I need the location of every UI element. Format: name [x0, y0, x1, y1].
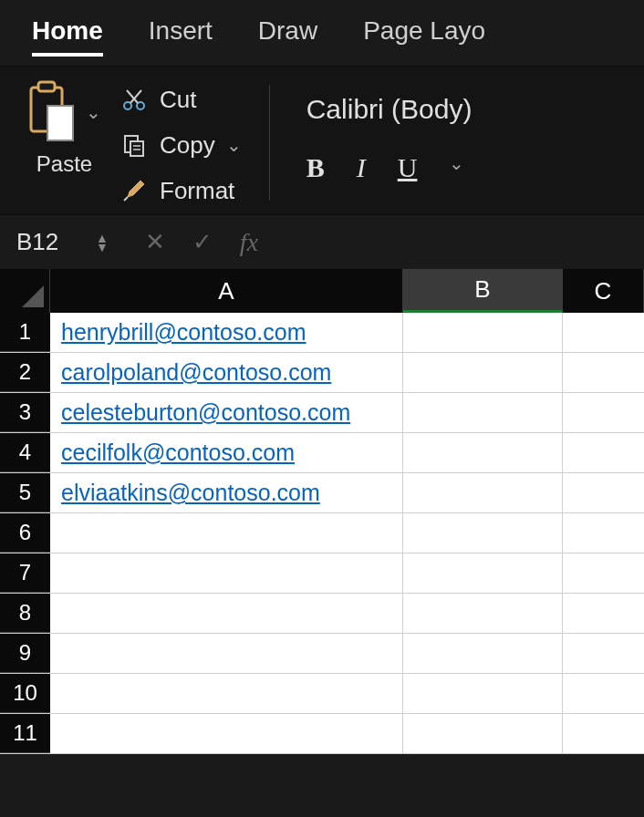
cell[interactable]	[563, 433, 644, 472]
table-row: 3celesteburton@contoso.com	[0, 393, 644, 433]
cell[interactable]	[403, 473, 563, 512]
cell[interactable]	[50, 553, 403, 593]
cell[interactable]	[50, 634, 403, 673]
svg-point-3	[124, 102, 131, 109]
email-link[interactable]: henrybrill@contoso.com	[61, 319, 306, 346]
email-link[interactable]: carolpoland@contoso.com	[61, 359, 331, 386]
cell[interactable]	[403, 714, 563, 753]
cut-button[interactable]: Cut	[119, 85, 242, 114]
cell[interactable]: cecilfolk@contoso.com	[50, 433, 403, 472]
table-row: 9	[0, 634, 644, 674]
font-name-selector[interactable]: Calibri (Body)	[297, 89, 482, 129]
paste-icon[interactable]	[27, 80, 80, 144]
paste-dropdown-icon[interactable]: ⌄	[86, 101, 101, 123]
svg-rect-1	[38, 82, 55, 91]
cell[interactable]	[403, 513, 563, 553]
formula-bar: B12 ▲ ▼ ✕ ✓ fx	[0, 214, 644, 269]
toolbar-divider	[269, 85, 270, 201]
italic-button[interactable]: I	[357, 152, 366, 183]
cell[interactable]	[403, 553, 563, 593]
underline-dropdown-icon[interactable]: ⌄	[449, 152, 464, 183]
cell[interactable]	[403, 393, 563, 432]
cell[interactable]: celesteburton@contoso.com	[50, 393, 403, 432]
column-header-c[interactable]: C	[563, 269, 644, 313]
cell[interactable]	[563, 553, 644, 593]
tab-insert[interactable]: Insert	[149, 16, 213, 57]
cut-label: Cut	[160, 86, 196, 114]
table-row: 2carolpoland@contoso.com	[0, 353, 644, 393]
copy-dropdown-icon[interactable]: ⌄	[226, 134, 242, 156]
row-header[interactable]: 7	[0, 553, 50, 593]
row-header[interactable]: 2	[0, 353, 50, 392]
table-row: 10	[0, 674, 644, 714]
cell[interactable]	[50, 674, 403, 713]
tab-page-layout[interactable]: Page Layo	[363, 16, 485, 57]
row-header[interactable]: 11	[0, 714, 50, 753]
bold-button[interactable]: B	[306, 152, 325, 183]
cell[interactable]	[50, 513, 403, 553]
cell[interactable]	[50, 714, 403, 753]
reference-spinner[interactable]: ▲ ▼	[96, 233, 109, 252]
column-header-a[interactable]: A	[50, 269, 403, 313]
cell[interactable]	[563, 473, 644, 512]
column-header-b[interactable]: B	[403, 269, 563, 313]
paste-group: ⌄ Paste	[27, 80, 101, 177]
spinner-down-icon[interactable]: ▼	[96, 243, 109, 252]
cell[interactable]: elviaatkins@contoso.com	[50, 473, 403, 512]
cancel-formula-icon[interactable]: ✕	[145, 228, 165, 256]
format-painter-button[interactable]: Format	[119, 176, 242, 205]
cell[interactable]	[403, 313, 563, 352]
row-header[interactable]: 5	[0, 473, 50, 512]
cell[interactable]	[563, 674, 644, 713]
cell[interactable]	[403, 353, 563, 392]
table-row: 5elviaatkins@contoso.com	[0, 473, 644, 513]
clipboard-actions: Cut Copy ⌄ Format	[119, 80, 242, 205]
column-headers: A B C	[0, 269, 644, 313]
tab-home[interactable]: Home	[32, 16, 103, 57]
underline-button[interactable]: U	[398, 152, 418, 183]
cell[interactable]	[563, 313, 644, 352]
svg-rect-2	[47, 106, 73, 140]
cell[interactable]	[403, 634, 563, 673]
format-label: Format	[160, 177, 234, 205]
svg-rect-8	[130, 141, 143, 156]
paintbrush-icon	[119, 176, 149, 205]
cell[interactable]	[403, 594, 563, 633]
spreadsheet-grid: A B C 1henrybrill@contoso.com2carolpolan…	[0, 269, 644, 754]
cell[interactable]	[403, 674, 563, 713]
row-header[interactable]: 6	[0, 513, 50, 553]
cell[interactable]	[50, 594, 403, 633]
cell[interactable]: henrybrill@contoso.com	[50, 313, 403, 352]
select-all-corner[interactable]	[0, 269, 50, 313]
accept-formula-icon[interactable]: ✓	[192, 228, 213, 256]
cell[interactable]	[563, 714, 644, 753]
svg-point-4	[137, 102, 144, 109]
copy-button[interactable]: Copy ⌄	[119, 130, 242, 160]
cell[interactable]	[563, 594, 644, 633]
tab-draw[interactable]: Draw	[258, 16, 317, 57]
row-header[interactable]: 1	[0, 313, 50, 352]
cell[interactable]	[563, 353, 644, 392]
cell[interactable]: carolpoland@contoso.com	[50, 353, 403, 392]
cell[interactable]	[403, 433, 563, 472]
cell[interactable]	[563, 513, 644, 553]
copy-label: Copy	[160, 131, 215, 160]
font-group: Calibri (Body) B I U ⌄	[297, 80, 482, 183]
row-header[interactable]: 10	[0, 674, 50, 713]
cell[interactable]	[563, 634, 644, 673]
cell[interactable]	[563, 393, 644, 432]
email-link[interactable]: celesteburton@contoso.com	[61, 399, 350, 426]
copy-icon	[119, 130, 149, 160]
row-header[interactable]: 4	[0, 433, 50, 472]
row-header[interactable]: 3	[0, 393, 50, 432]
table-row: 1henrybrill@contoso.com	[0, 313, 644, 353]
fx-icon[interactable]: fx	[240, 228, 258, 257]
email-link[interactable]: cecilfolk@contoso.com	[61, 440, 295, 466]
row-header[interactable]: 9	[0, 634, 50, 673]
row-header[interactable]: 8	[0, 594, 50, 633]
table-row: 7	[0, 553, 644, 594]
table-row: 8	[0, 594, 644, 634]
email-link[interactable]: elviaatkins@contoso.com	[61, 480, 320, 506]
formula-input[interactable]	[276, 215, 635, 269]
cell-reference-box[interactable]: B12	[9, 228, 96, 256]
